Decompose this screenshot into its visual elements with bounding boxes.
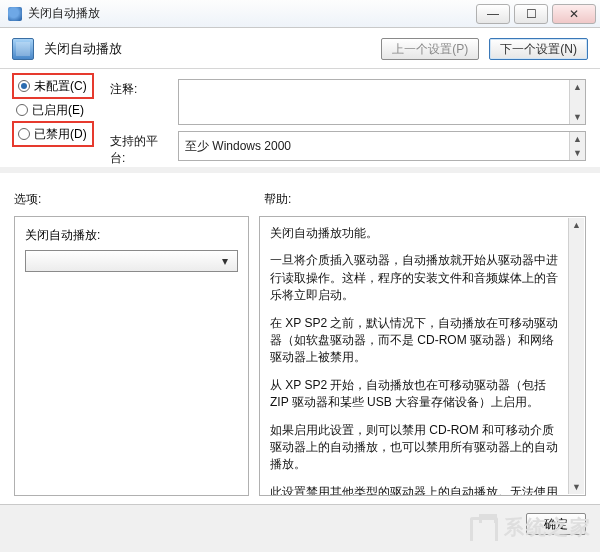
- scroll-down-icon: ▼: [573, 110, 582, 124]
- panels-row: 关闭自动播放: ▾ 关闭自动播放功能。 一旦将介质插入驱动器，自动播放就开始从驱…: [0, 212, 600, 504]
- radio-enabled[interactable]: 已启用(E): [12, 99, 94, 121]
- window-title: 关闭自动播放: [28, 5, 100, 22]
- help-p6: 此设置禁用其他类型的驱动器上的自动播放。无法使用此设置在默认情况下已禁用的自动播…: [270, 484, 563, 496]
- maximize-button[interactable]: ☐: [514, 4, 548, 24]
- radio-enabled-input[interactable]: [16, 104, 28, 116]
- policy-title: 关闭自动播放: [44, 40, 122, 58]
- next-setting-button[interactable]: 下一个设置(N): [489, 38, 588, 60]
- radio-disabled-label: 已禁用(D): [34, 126, 87, 143]
- app-icon: [8, 7, 22, 21]
- platform-value-box: 至少 Windows 2000 ▲ ▼: [178, 131, 586, 161]
- footer: 确定 系统之家: [0, 504, 600, 543]
- policy-header: 关闭自动播放 上一个设置(P) 下一个设置(N): [0, 28, 600, 69]
- minimize-icon: —: [487, 7, 499, 21]
- help-panel: 关闭自动播放功能。 一旦将介质插入驱动器，自动播放就开始从驱动器中进行读取操作。…: [259, 216, 586, 496]
- scroll-up-icon: ▲: [573, 80, 582, 94]
- radio-enabled-label: 已启用(E): [32, 102, 84, 119]
- platform-scrollbar[interactable]: ▲ ▼: [569, 132, 585, 160]
- radio-not-configured-input[interactable]: [18, 80, 30, 92]
- help-p1: 关闭自动播放功能。: [270, 225, 563, 242]
- ok-button[interactable]: 确定: [526, 513, 586, 535]
- title-bar: 关闭自动播放 — ☐ ✕: [0, 0, 600, 28]
- minimize-button[interactable]: —: [476, 4, 510, 24]
- highlight-not-configured: 未配置(C): [12, 73, 94, 99]
- chevron-down-icon: ▾: [217, 254, 233, 268]
- help-label: 帮助:: [264, 192, 291, 206]
- scroll-down-icon: ▼: [573, 146, 582, 160]
- options-dropdown-label: 关闭自动播放:: [25, 227, 238, 244]
- options-panel: 关闭自动播放: ▾: [14, 216, 249, 496]
- scroll-down-icon: ▼: [572, 480, 581, 494]
- state-radios: 未配置(C) 已启用(E) 已禁用(D): [12, 73, 94, 147]
- prev-setting-button[interactable]: 上一个设置(P): [381, 38, 479, 60]
- help-p3: 在 XP SP2 之前，默认情况下，自动播放在可移动驱动器（如软盘驱动器，而不是…: [270, 315, 563, 367]
- nav-buttons: 上一个设置(P) 下一个设置(N): [381, 38, 588, 60]
- highlight-disabled: 已禁用(D): [12, 121, 94, 147]
- scroll-up-icon: ▲: [573, 132, 582, 146]
- options-dropdown[interactable]: ▾: [25, 250, 238, 272]
- main-area: 未配置(C) 已启用(E) 已禁用(D) 注释: ▲ ▼ 支持的平台:: [0, 69, 600, 167]
- comment-textarea[interactable]: ▲ ▼: [178, 79, 586, 125]
- radio-disabled[interactable]: 已禁用(D): [14, 123, 92, 145]
- radio-disabled-input[interactable]: [18, 128, 30, 140]
- watermark-logo-icon: [470, 517, 498, 541]
- platform-label: 支持的平台:: [110, 131, 170, 167]
- section-labels-row: 选项: 帮助:: [0, 173, 600, 212]
- radio-not-configured-label: 未配置(C): [34, 78, 87, 95]
- maximize-icon: ☐: [526, 7, 537, 21]
- help-scrollbar[interactable]: ▲ ▼: [568, 218, 584, 494]
- platform-row: 支持的平台: 至少 Windows 2000 ▲ ▼: [110, 131, 586, 167]
- scroll-up-icon: ▲: [572, 218, 581, 232]
- platform-value: 至少 Windows 2000: [185, 138, 291, 155]
- close-icon: ✕: [569, 7, 579, 21]
- help-text: 关闭自动播放功能。 一旦将介质插入驱动器，自动播放就开始从驱动器中进行读取操作。…: [270, 225, 563, 496]
- help-p4: 从 XP SP2 开始，自动播放也在可移动驱动器（包括 ZIP 驱动器和某些 U…: [270, 377, 563, 412]
- comment-label: 注释:: [110, 79, 170, 125]
- options-label: 选项:: [14, 192, 41, 206]
- comment-row: 注释: ▲ ▼: [110, 79, 586, 125]
- window-controls: — ☐ ✕: [476, 4, 600, 24]
- policy-icon: [12, 38, 34, 60]
- radio-not-configured[interactable]: 未配置(C): [14, 75, 92, 97]
- close-button[interactable]: ✕: [552, 4, 596, 24]
- help-p5: 如果启用此设置，则可以禁用 CD-ROM 和可移动介质驱动器上的自动播放，也可以…: [270, 422, 563, 474]
- right-column: 注释: ▲ ▼ 支持的平台: 至少 Windows 2000 ▲ ▼: [110, 79, 586, 167]
- help-p2: 一旦将介质插入驱动器，自动播放就开始从驱动器中进行读取操作。这样，程序的安装文件…: [270, 252, 563, 304]
- comment-scrollbar[interactable]: ▲ ▼: [569, 80, 585, 124]
